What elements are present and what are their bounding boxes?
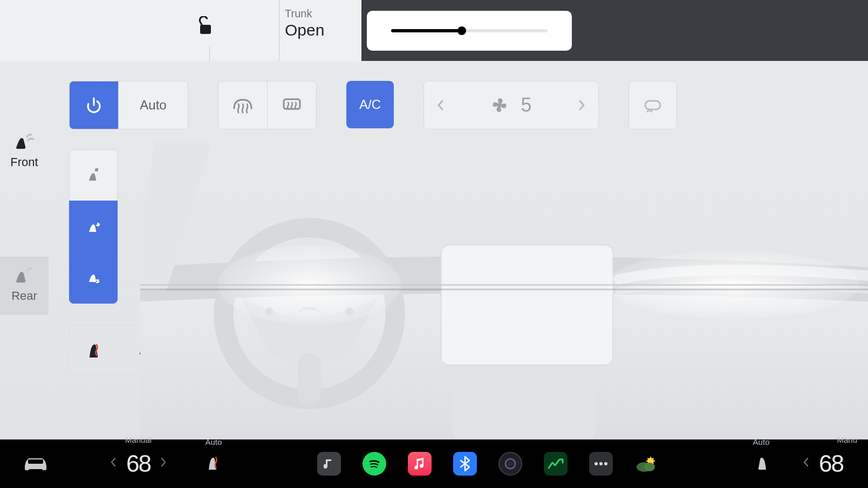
slider-fill — [391, 29, 462, 32]
svg-rect-0 — [200, 25, 211, 34]
weather-icon — [634, 454, 658, 473]
svg-point-13 — [607, 251, 859, 319]
power-icon — [85, 96, 103, 114]
app-weather[interactable] — [634, 452, 658, 476]
unlock-icon — [197, 16, 214, 36]
chevron-left-icon — [110, 457, 117, 468]
airflow-face-button[interactable] — [69, 149, 118, 201]
top-bar-left: Trunk Open — [0, 0, 361, 61]
bottom-dock: Manual 68 Auto — [0, 439, 868, 488]
dock-left-temp-up[interactable] — [154, 457, 173, 471]
airflow-body-button[interactable] — [69, 201, 118, 252]
app-more[interactable] — [589, 452, 613, 476]
brightness-slider[interactable] — [367, 11, 572, 51]
ellipsis-icon — [593, 461, 609, 466]
dock-right-group: Auto Manu 68 — [753, 450, 846, 477]
dock-left-seat[interactable]: Auto — [206, 452, 222, 475]
app-bluetooth[interactable] — [453, 452, 477, 476]
dashboard-illustration — [140, 142, 868, 439]
stocks-icon — [548, 457, 564, 470]
svg-point-6 — [223, 228, 395, 399]
car-icon — [22, 453, 50, 472]
airflow-body-icon — [85, 218, 102, 235]
camera-lens-icon — [503, 457, 517, 471]
chevron-right-icon — [160, 457, 167, 468]
app-stocks[interactable] — [544, 452, 568, 476]
climate-controls-row: Auto A/C — [69, 81, 677, 129]
zone-rear[interactable]: Rear — [0, 257, 49, 315]
lock-toggle[interactable] — [197, 16, 214, 38]
dock-car-button[interactable] — [22, 453, 50, 475]
trunk-status: Open — [285, 21, 324, 39]
chevron-left-icon — [803, 457, 809, 468]
svg-point-21 — [604, 462, 607, 465]
ac-group: A/C — [346, 81, 394, 128]
front-defrost-icon — [233, 97, 253, 114]
dock-right-seat[interactable]: Auto — [753, 452, 769, 475]
trunk-control[interactable]: Trunk Open — [279, 0, 324, 61]
airflow-direction-group — [69, 149, 118, 304]
dock-left-temp-down[interactable] — [104, 457, 123, 471]
spotify-icon — [367, 456, 382, 471]
app-spotify[interactable] — [363, 452, 386, 476]
app-apple-music[interactable] — [408, 452, 432, 476]
dock-left-seat-mode: Auto — [206, 437, 222, 446]
fan-speed-group: 5 — [423, 81, 599, 129]
svg-point-20 — [599, 462, 603, 465]
front-defrost-button[interactable] — [218, 81, 267, 129]
seat-front-icon — [13, 133, 36, 151]
dock-right-temp[interactable]: 68 — [819, 450, 843, 477]
climate-panel: Front Rear Auto — [0, 61, 868, 439]
dock-left-mode: Manual — [125, 435, 152, 444]
chevron-left-icon — [436, 99, 444, 111]
heated-seat-icon — [85, 339, 102, 361]
slider-thumb[interactable] — [457, 26, 466, 35]
slider-track — [391, 29, 548, 32]
airflow-face-icon — [85, 167, 102, 184]
fan-speed-display: 5 — [456, 81, 566, 129]
svg-rect-9 — [298, 354, 320, 405]
airflow-feet-button[interactable] — [69, 252, 118, 304]
zone-rear-label: Rear — [11, 289, 37, 303]
climate-auto-button[interactable]: Auto — [119, 81, 188, 129]
top-bar: Trunk Open — [0, 0, 868, 61]
svg-point-19 — [594, 462, 598, 465]
dock-right-temp-group: Manu 68 — [796, 450, 846, 477]
seat-rear-icon — [13, 266, 36, 285]
ac-button[interactable]: A/C — [346, 81, 394, 128]
recirculate-button[interactable] — [629, 81, 676, 129]
trunk-label: Trunk — [285, 8, 324, 20]
seat-heater-group: Auto — [69, 325, 188, 375]
fan-speed-value: 5 — [521, 94, 531, 116]
fan-decrease-button[interactable] — [424, 81, 456, 129]
recirc-group — [628, 81, 677, 129]
chevron-right-icon — [578, 99, 586, 111]
svg-rect-16 — [28, 459, 43, 464]
airflow-feet-icon — [85, 269, 102, 286]
fan-increase-button[interactable] — [566, 81, 598, 129]
seat-heater-auto-button[interactable]: Auto — [118, 326, 187, 374]
climate-power-button[interactable] — [70, 81, 118, 129]
dock-right-seat-mode: Auto — [753, 437, 770, 446]
bluetooth-icon — [460, 456, 470, 472]
dock-right-temp-down[interactable] — [796, 457, 816, 471]
zone-front[interactable]: Front — [0, 123, 49, 181]
music-note-icon — [414, 457, 426, 471]
seat-heater-button[interactable] — [70, 326, 118, 374]
fan-icon — [490, 96, 509, 114]
dock-left-temp-group: Manual 68 — [104, 450, 173, 477]
music-note-icon — [324, 457, 334, 470]
dock-right-mode: Manu — [837, 435, 857, 444]
svg-point-8 — [345, 307, 353, 315]
app-music[interactable] — [317, 452, 341, 476]
dock-apps — [238, 452, 737, 476]
svg-point-7 — [265, 307, 274, 315]
rear-defrost-button[interactable] — [268, 81, 316, 129]
heated-seat-icon — [206, 452, 222, 473]
dock-left-temp[interactable]: 68 — [126, 450, 151, 477]
topbar-divider — [209, 45, 210, 61]
app-camera[interactable] — [498, 452, 522, 476]
zone-rail: Front Rear — [0, 61, 49, 439]
svg-rect-11 — [453, 376, 596, 439]
seat-icon — [753, 452, 769, 473]
